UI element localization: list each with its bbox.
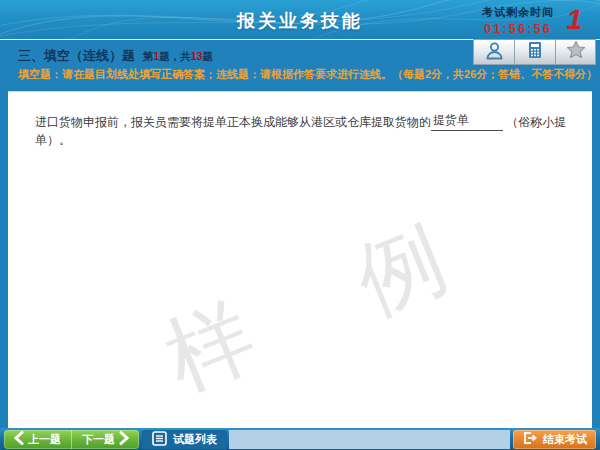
star-icon (566, 40, 586, 64)
question-text-before: 进口货物申报前，报关员需要将提单正本换成能够从港区或仓库提取货物的 (35, 115, 431, 129)
list-icon (152, 431, 167, 448)
timer-value: 01:56:56 (482, 21, 554, 36)
end-exam-label: 结束考试 (543, 432, 587, 447)
question-panel: 进口货物申报前，报关员需要将提单正本换成能够从港区或仓库提取货物的提货单 （俗称… (8, 91, 592, 428)
calculator-icon (526, 41, 544, 63)
chevron-right-icon (119, 431, 129, 447)
favorite-button[interactable] (555, 39, 596, 65)
timer-label: 考试剩余时间 (482, 5, 554, 20)
toolbar (473, 39, 596, 65)
question-bar: 三、填空（连线）题第1题，共13题 填空题：请在题目划线处填写正确答案；连线题：… (0, 41, 600, 88)
user-info-button[interactable] (473, 39, 514, 65)
sample-watermark: 样 例 (148, 183, 507, 419)
question-text: 进口货物申报前，报关员需要将提单正本换成能够从港区或仓库提取货物的提货单 （俗称… (35, 111, 575, 149)
timer-badge: 1 (566, 4, 582, 36)
end-exam-button[interactable]: 结束考试 (513, 430, 596, 449)
total-question-number: 13 (191, 50, 203, 62)
question-list-label: 试题列表 (173, 432, 217, 447)
answer-blank[interactable]: 提货单 (431, 111, 503, 131)
user-icon (485, 41, 504, 64)
calculator-button[interactable] (514, 39, 555, 65)
exam-timer: 考试剩余时间 01:56:56 (482, 5, 554, 36)
question-nav-group: 上一题 下一题 (4, 430, 139, 449)
next-question-button[interactable]: 下一题 (71, 430, 139, 449)
section-instructions: 填空题：请在题目划线处填写正确答案；连线题：请根据作答要求进行连线。（每题2分，… (18, 67, 578, 82)
next-question-label: 下一题 (82, 432, 115, 447)
prev-question-label: 上一题 (28, 432, 61, 447)
footer-strip (229, 430, 510, 449)
app-header: 报关业务技能 考试剩余时间 01:56:56 1 (0, 0, 600, 40)
section-title: 三、填空（连线）题 (18, 48, 135, 63)
chevron-left-icon (14, 431, 24, 447)
prev-question-button[interactable]: 上一题 (4, 430, 71, 449)
question-progress: 第1题，共13题 (143, 50, 213, 62)
content-frame: 进口货物申报前，报关员需要将提单正本换成能够从港区或仓库提取货物的提货单 （俗称… (0, 88, 600, 428)
exit-icon (522, 431, 538, 447)
footer-bar: 上一题 下一题 试题列表 结束考试 (0, 428, 600, 450)
question-list-button[interactable]: 试题列表 (142, 430, 227, 449)
